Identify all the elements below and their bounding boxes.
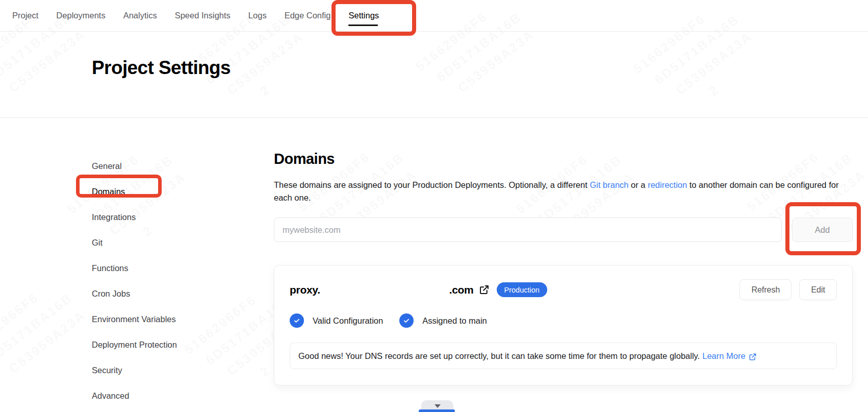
dns-notice-text: Good news! Your DNS records are set up c… — [298, 351, 700, 361]
chevron-down-icon — [435, 404, 441, 408]
description-text-1: These domains are assigned to your Produ… — [274, 180, 590, 189]
domain-input[interactable] — [274, 217, 782, 242]
toolbar-accent-bar — [419, 409, 455, 412]
sidebar-item-domains[interactable]: Domains — [92, 179, 125, 204]
sidebar-item-git[interactable]: Git — [92, 230, 103, 255]
check-circle-icon — [399, 313, 414, 328]
refresh-button[interactable]: Refresh — [739, 279, 792, 300]
tab-speed-insights[interactable]: Speed Insights — [175, 11, 231, 20]
git-branch-link[interactable]: Git branch — [590, 180, 628, 189]
domain-name-end: .com — [449, 284, 474, 296]
project-settings-page: 51662966F6 6D5171BA16B C53959A23A5166296… — [0, 0, 868, 412]
add-domain-button-label: Add — [815, 225, 830, 234]
domain-card-actions: Refresh Edit — [739, 279, 837, 300]
check-circle-icon — [290, 313, 304, 328]
sidebar-item-integrations[interactable]: Integrations — [92, 204, 136, 230]
tab-analytics[interactable]: Analytics — [123, 11, 157, 20]
domains-section: Domains These domains are assigned to yo… — [274, 118, 853, 385]
tab-project[interactable]: Project — [12, 11, 38, 20]
add-domain-row: Add — [274, 217, 853, 242]
sidebar-item-security[interactable]: Security — [92, 357, 122, 383]
tab-settings-label: Settings — [348, 11, 379, 20]
sidebar-item-cron-jobs[interactable]: Cron Jobs — [92, 281, 130, 306]
domain-name-redacted — [320, 293, 449, 294]
status-assigned-to-main: Assigned to main — [399, 313, 487, 328]
sidebar-item-general[interactable]: General — [92, 153, 122, 179]
domain-card-header: proxy. .com Production Refresh Edit — [290, 279, 837, 300]
tab-settings[interactable]: Settings — [348, 11, 379, 20]
redirection-link[interactable]: redirection — [648, 180, 687, 189]
learn-more-link[interactable]: Learn More — [702, 351, 745, 361]
tab-deployments[interactable]: Deployments — [56, 11, 105, 20]
status-valid-configuration: Valid Configuration — [290, 313, 383, 328]
description-text-2: or a — [629, 180, 648, 189]
production-badge: Production — [497, 282, 547, 297]
domain-name-start: proxy. — [290, 284, 320, 296]
page-title: Project Settings — [92, 57, 231, 79]
sidebar-item-advanced[interactable]: Advanced — [92, 383, 129, 408]
settings-sidebar: General Domains Integrations Git Functio… — [92, 153, 229, 408]
domain-name: proxy. .com — [290, 284, 474, 296]
domain-status-row: Valid Configuration Assigned to main — [290, 313, 837, 328]
watermark-text: 51662966F6 6D5171BA16B C53959A23A — [0, 271, 91, 391]
tab-logs[interactable]: Logs — [248, 11, 267, 20]
edit-button[interactable]: Edit — [799, 279, 837, 300]
page-header: Project Settings — [0, 32, 868, 118]
active-tab-indicator — [348, 25, 378, 26]
sidebar-item-environment-variables[interactable]: Environment Variables — [92, 306, 176, 332]
status-label: Valid Configuration — [313, 316, 383, 326]
external-link-icon[interactable] — [749, 353, 757, 361]
status-label: Assigned to main — [422, 316, 487, 326]
sidebar-item-functions[interactable]: Functions — [92, 255, 129, 281]
domains-heading: Domains — [274, 151, 853, 167]
domains-description: These domains are assigned to your Produ… — [274, 179, 853, 204]
external-link-icon[interactable] — [479, 284, 490, 295]
dns-notice: Good news! Your DNS records are set up c… — [290, 343, 837, 369]
domain-card: proxy. .com Production Refresh Edit — [274, 265, 853, 385]
top-nav: Project Deployments Analytics Speed Insi… — [0, 0, 868, 32]
tab-edge-config[interactable]: Edge Config — [285, 11, 331, 20]
sidebar-item-domains-label: Domains — [92, 187, 125, 197]
sidebar-item-deployment-protection[interactable]: Deployment Protection — [92, 332, 177, 357]
add-domain-button[interactable]: Add — [792, 217, 853, 242]
